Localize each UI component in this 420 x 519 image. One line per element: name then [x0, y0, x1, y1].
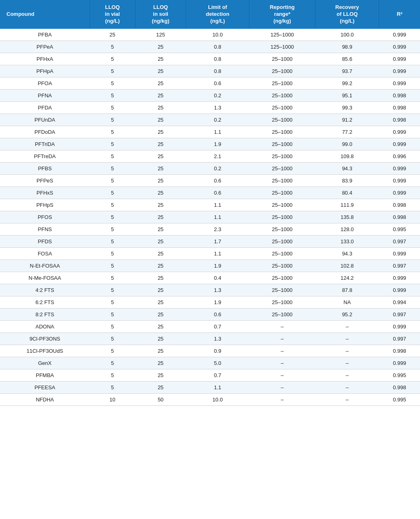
- cell-lloq_vial: 5: [90, 101, 135, 114]
- cell-recovery: 95.1: [315, 89, 379, 101]
- cell-lloq_soil: 25: [135, 320, 186, 332]
- table-row: PFPeS5250.625–100083.90.999: [0, 174, 420, 187]
- table-row: PFDS5251.725–1000133.00.997: [0, 235, 420, 247]
- cell-recovery: 124.2: [315, 272, 379, 284]
- cell-lod: 5.0: [186, 357, 249, 369]
- cell-lod: 0.8: [186, 65, 249, 77]
- cell-r2: 0.999: [379, 65, 420, 77]
- cell-lloq_vial: 5: [90, 150, 135, 162]
- cell-compound: PFOA: [0, 77, 90, 89]
- cell-lloq_vial: 5: [90, 296, 135, 308]
- cell-lloq_vial: 5: [90, 260, 135, 272]
- cell-lloq_vial: 5: [90, 199, 135, 211]
- table-row: PFDoDA5251.125–100077.20.999: [0, 126, 420, 138]
- table-row: N-Et-FOSAA5251.925–1000102.80.997: [0, 260, 420, 272]
- cell-lloq_soil: 25: [135, 332, 186, 345]
- cell-lloq_soil: 25: [135, 65, 186, 77]
- cell-recovery: 94.3: [315, 247, 379, 260]
- cell-recovery: 102.8: [315, 260, 379, 272]
- cell-lloq_vial: 5: [90, 235, 135, 247]
- table-row: PFHpA5250.825–100093.70.999: [0, 65, 420, 77]
- cell-r2: 0.997: [379, 235, 420, 247]
- cell-reporting_range: –: [249, 357, 315, 369]
- cell-r2: 0.998: [379, 101, 420, 114]
- cell-lloq_soil: 25: [135, 260, 186, 272]
- cell-r2: 0.998: [379, 381, 420, 393]
- cell-lod: 1.1: [186, 199, 249, 211]
- cell-compound: 9Cl-PF3ONS: [0, 332, 90, 345]
- cell-lloq_soil: 25: [135, 357, 186, 369]
- cell-lod: 0.8: [186, 53, 249, 65]
- cell-lloq_soil: 25: [135, 296, 186, 308]
- cell-r2: 0.998: [379, 114, 420, 126]
- table-row: PFBA2512510.0125–1000100.00.999: [0, 29, 420, 41]
- cell-reporting_range: 25–1000: [249, 65, 315, 77]
- cell-lod: 0.6: [186, 77, 249, 89]
- cell-lloq_vial: 5: [90, 126, 135, 138]
- cell-lod: 1.9: [186, 260, 249, 272]
- cell-lloq_vial: 5: [90, 247, 135, 260]
- cell-lod: 0.6: [186, 187, 249, 199]
- cell-lloq_soil: 25: [135, 53, 186, 65]
- cell-reporting_range: 25–1000: [249, 162, 315, 174]
- cell-lod: 2.1: [186, 150, 249, 162]
- cell-r2: 0.999: [379, 29, 420, 41]
- cell-reporting_range: 25–1000: [249, 247, 315, 260]
- cell-recovery: 128.0: [315, 223, 379, 235]
- cell-compound: PFOS: [0, 211, 90, 223]
- cell-reporting_range: 25–1000: [249, 89, 315, 101]
- table-row: 11Cl-PF3OUdS5250.9––0.998: [0, 345, 420, 357]
- cell-lloq_vial: 5: [90, 162, 135, 174]
- cell-compound: PFTriDA: [0, 138, 90, 150]
- table-row: PFOS5251.125–1000135.80.998: [0, 211, 420, 223]
- cell-reporting_range: 25–1000: [249, 77, 315, 89]
- cell-lod: 0.7: [186, 369, 249, 381]
- cell-reporting_range: 25–1000: [249, 53, 315, 65]
- cell-recovery: –: [315, 345, 379, 357]
- cell-compound: PFNS: [0, 223, 90, 235]
- cell-recovery: –: [315, 332, 379, 345]
- table-row: N-Me-FOSAA5250.425–1000124.20.999: [0, 272, 420, 284]
- cell-lod: 1.1: [186, 247, 249, 260]
- cell-lloq_soil: 25: [135, 272, 186, 284]
- cell-compound: PFHxS: [0, 187, 90, 199]
- cell-lloq_soil: 25: [135, 247, 186, 260]
- cell-lloq_vial: 5: [90, 332, 135, 345]
- cell-lloq_soil: 25: [135, 162, 186, 174]
- header-reporting-range: Reportingrange*(ng/kg): [249, 0, 315, 29]
- cell-lod: 2.3: [186, 223, 249, 235]
- cell-compound: 8:2 FTS: [0, 308, 90, 320]
- cell-reporting_range: –: [249, 381, 315, 393]
- cell-lloq_vial: 5: [90, 357, 135, 369]
- cell-recovery: 98.9: [315, 41, 379, 53]
- cell-lod: 1.1: [186, 211, 249, 223]
- cell-reporting_range: 25–1000: [249, 101, 315, 114]
- cell-recovery: 83.9: [315, 174, 379, 187]
- cell-lod: 0.6: [186, 174, 249, 187]
- cell-lloq_soil: 25: [135, 235, 186, 247]
- cell-recovery: –: [315, 320, 379, 332]
- cell-r2: 0.999: [379, 77, 420, 89]
- cell-recovery: 87.8: [315, 284, 379, 296]
- cell-recovery: 91.2: [315, 114, 379, 126]
- cell-lod: 1.9: [186, 138, 249, 150]
- cell-lloq_vial: 5: [90, 272, 135, 284]
- cell-lloq_vial: 5: [90, 65, 135, 77]
- cell-compound: PFDS: [0, 235, 90, 247]
- cell-compound: PFUnDA: [0, 114, 90, 126]
- cell-lod: 0.7: [186, 320, 249, 332]
- header-r2: R²: [379, 0, 420, 29]
- cell-lloq_vial: 5: [90, 41, 135, 53]
- table-row: 9Cl-PF3ONS5251.3––0.997: [0, 332, 420, 345]
- cell-reporting_range: 25–1000: [249, 308, 315, 320]
- cell-r2: 0.997: [379, 308, 420, 320]
- table-row: PFNS5252.325–1000128.00.995: [0, 223, 420, 235]
- cell-r2: 0.999: [379, 138, 420, 150]
- cell-r2: 0.998: [379, 345, 420, 357]
- cell-compound: PFHpA: [0, 65, 90, 77]
- cell-lloq_soil: 25: [135, 126, 186, 138]
- header-compound: Compound: [0, 0, 90, 29]
- cell-lod: 0.2: [186, 162, 249, 174]
- cell-compound: 11Cl-PF3OUdS: [0, 345, 90, 357]
- cell-lloq_vial: 5: [90, 381, 135, 393]
